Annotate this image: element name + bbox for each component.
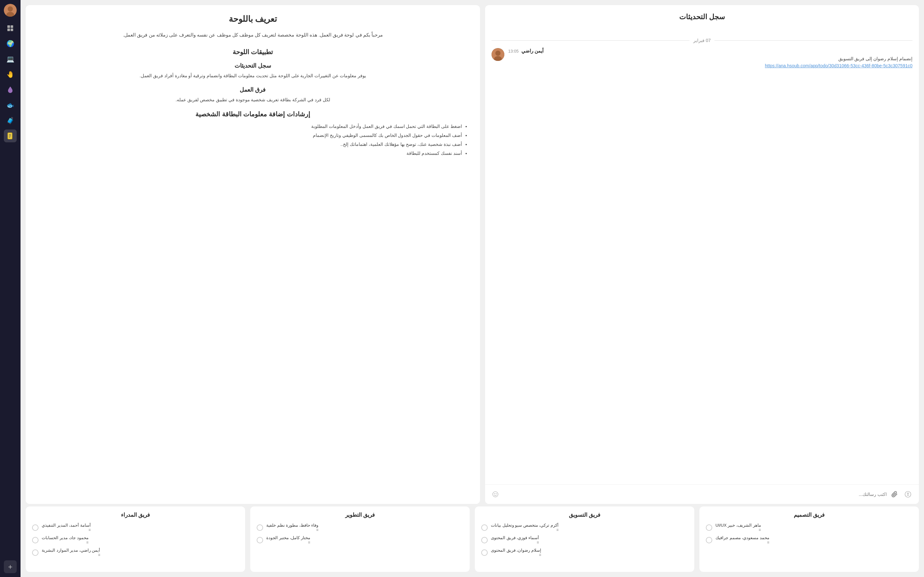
member-checkbox[interactable] [32, 550, 39, 556]
team-marketing-title: فريق التسويق [481, 512, 688, 518]
activity-body: أيمن راضي 13:05 إنضمام إسلام رضوان إلى ف… [508, 48, 913, 69]
member-name: محمد مسعودي، مصمم جرافيك [716, 535, 769, 540]
teardrop-icon[interactable] [4, 83, 17, 96]
member-name: أسامة أحمد، المدير التنفيذي [42, 523, 91, 528]
top-panels: سجل التحديثات 07 فبراير أيمن راضي 13:05 … [21, 0, 924, 506]
team-dev-members: وفاء حافظ، مطورة نظم خلفية ≡ مختار كامل،… [257, 523, 463, 545]
member-checkbox[interactable] [481, 537, 488, 543]
message-input[interactable] [503, 492, 887, 497]
member-menu-icon: ≡ [716, 540, 769, 545]
team-member: وفاء حافظ، مطورة نظم خلفية ≡ [257, 523, 463, 532]
desc-activity-text: يوفر معلومات عن التغييرات الجارية على ال… [36, 72, 470, 80]
user-avatar[interactable] [4, 4, 17, 17]
team-design-title: فريق التصميم [706, 512, 913, 518]
member-info: محمود جاد، مدير الحسابات ≡ [42, 535, 89, 545]
desc-instructions-list: اضغط على البطاقة التي تحمل اسمك في فريق … [36, 122, 470, 158]
activity-time: 13:05 [508, 49, 519, 53]
team-managers-panel: فريق المدراء أسامة أحمد، المدير التنفيذي… [26, 506, 245, 572]
member-checkbox[interactable] [257, 524, 263, 531]
desc-activity-sub: سجل التحديثات [36, 62, 470, 69]
team-member: محمود جاد، مدير الحسابات ≡ [32, 535, 239, 545]
main-content: سجل التحديثات 07 فبراير أيمن راضي 13:05 … [21, 0, 924, 577]
desc-apps-title: تطبيقات اللوحة [36, 48, 470, 56]
member-menu-icon: ≡ [42, 528, 91, 532]
member-info: أسماء فوزي، فريق المحتوى ≡ [491, 535, 539, 545]
member-name: أكرم تركي، متخصص سيو وتحليل بيانات [491, 523, 559, 528]
member-name: وفاء حافظ، مطورة نظم خلفية [266, 523, 318, 528]
team-member: أكرم تركي، متخصص سيو وتحليل بيانات ≡ [481, 523, 688, 532]
activity-content: 07 فبراير أيمن راضي 13:05 إنضمام إسلام ر… [485, 26, 919, 484]
activity-panel-title: سجل التحديثات [485, 5, 919, 26]
activity-avatar [491, 48, 504, 61]
member-name: إسلام رضوان، فريق المحتوى [491, 548, 541, 553]
desc-intro: مرحباً بكم في لوحة فريق العمل. هذه اللوح… [36, 31, 470, 39]
member-info: أيمن راضي، مدير الموارد البشرية ≡ [42, 548, 100, 557]
member-checkbox[interactable] [481, 550, 488, 556]
member-menu-icon: ≡ [42, 540, 89, 545]
member-menu-icon: ≡ [42, 553, 100, 557]
svg-rect-4 [11, 25, 13, 28]
message-input-area [485, 484, 919, 504]
member-menu-icon: ≡ [716, 528, 761, 532]
activity-header: أيمن راضي 13:05 [508, 48, 913, 54]
bottom-panels: فريق التصميم ماهر الشريف، خبير UI/UX ≡ م… [21, 506, 924, 577]
activity-user-name: أيمن راضي [521, 48, 543, 54]
add-board-icon[interactable]: ＋ [4, 560, 17, 573]
svg-rect-5 [7, 29, 10, 31]
svg-point-17 [496, 493, 497, 494]
member-info: وفاء حافظ، مطورة نظم خلفية ≡ [266, 523, 318, 532]
attachment-button[interactable] [889, 489, 900, 500]
member-info: إسلام رضوان، فريق المحتوى ≡ [491, 548, 541, 557]
team-managers-members: أسامة أحمد، المدير التنفيذي ≡ محمود جاد،… [32, 523, 239, 557]
send-button[interactable] [902, 488, 914, 500]
member-checkbox[interactable] [32, 537, 39, 543]
svg-point-16 [494, 493, 495, 494]
member-checkbox[interactable] [706, 537, 712, 543]
svg-point-12 [495, 51, 501, 56]
activity-link[interactable]: https://ana.hsoub.com/app/todo/30d31066-… [765, 63, 913, 68]
member-name: ماهر الشريف، خبير UI/UX [716, 523, 761, 528]
instruction-item-2: أضف المعلومات في حقول الجدول الخاص بك كا… [36, 131, 462, 140]
member-menu-icon: ≡ [491, 540, 539, 545]
date-divider: 07 فبراير [491, 38, 913, 43]
member-checkbox[interactable] [257, 537, 263, 543]
member-name: محمود جاد، مدير الحسابات [42, 535, 89, 540]
member-checkbox[interactable] [32, 524, 39, 531]
notebook-icon[interactable] [4, 129, 17, 142]
svg-point-1 [8, 6, 13, 11]
member-info: أسامة أحمد، المدير التنفيذي ≡ [42, 523, 91, 532]
member-checkbox[interactable] [706, 524, 712, 531]
activity-panel: سجل التحديثات 07 فبراير أيمن راضي 13:05 … [485, 5, 919, 504]
description-panel: تعريف باللوحة مرحباً بكم في لوحة فريق ال… [26, 5, 480, 504]
desc-main-title: تعريف باللوحة [36, 14, 470, 24]
desc-team-sub: فرق العمل [36, 86, 470, 93]
team-member: أسماء فوزي، فريق المحتوى ≡ [481, 535, 688, 545]
member-name: مختار كامل، مختبر الجودة [266, 535, 310, 540]
team-marketing-panel: فريق التسويق أكرم تركي، متخصص سيو وتحليل… [475, 506, 694, 572]
team-dev-title: فريق التطوير [257, 512, 463, 518]
member-menu-icon: ≡ [266, 540, 310, 545]
team-member: إسلام رضوان، فريق المحتوى ≡ [481, 548, 688, 557]
svg-rect-6 [11, 29, 13, 31]
member-info: أكرم تركي، متخصص سيو وتحليل بيانات ≡ [491, 523, 559, 532]
team-dev-panel: فريق التطوير وفاء حافظ، مطورة نظم خلفية … [250, 506, 470, 572]
instruction-item-3: أضف نبذة شخصية عنك، توضح بها مؤهلاتك الع… [36, 140, 462, 149]
member-info: محمد مسعودي، مصمم جرافيك ≡ [716, 535, 769, 545]
instruction-item-1: اضغط على البطاقة التي تحمل اسمك في فريق … [36, 122, 462, 131]
emoji-button[interactable] [490, 489, 501, 500]
desc-instructions-title: إرشادات إضافة معلومات البطاقة الشخصية [36, 110, 470, 118]
member-name: أيمن راضي، مدير الموارد البشرية [42, 548, 100, 553]
team-managers-title: فريق المدراء [32, 512, 239, 518]
member-menu-icon: ≡ [491, 553, 541, 557]
briefcase-icon[interactable]: 🧳 [4, 114, 17, 127]
globe-icon[interactable]: 🌍 [4, 37, 17, 50]
laptop-icon[interactable]: 💻 [4, 53, 17, 65]
member-checkbox[interactable] [481, 524, 488, 531]
fish-icon[interactable]: 🐟 [4, 99, 17, 111]
desc-team-text: لكل فرد في الشركة بطاقة تعريف شخصية موجو… [36, 96, 470, 104]
activity-item: أيمن راضي 13:05 إنضمام إسلام رضوان إلى ف… [491, 48, 913, 69]
right-sidebar: 🌍 💻 🤚 🐟 🧳 ＋ [0, 0, 21, 577]
hand-icon[interactable]: 🤚 [4, 68, 17, 81]
dashboard-icon[interactable] [4, 22, 17, 35]
team-member: مختار كامل، مختبر الجودة ≡ [257, 535, 463, 545]
